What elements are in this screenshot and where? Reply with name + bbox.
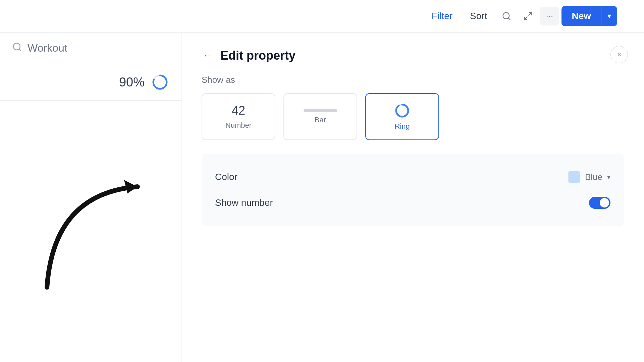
sort-button[interactable]: Sort: [463, 7, 494, 25]
number-label: Number: [225, 121, 252, 130]
show-as-label: Show as: [202, 75, 624, 85]
bar-label: Bar: [315, 116, 326, 124]
new-dropdown-button[interactable]: ▾: [601, 6, 617, 26]
progress-value: 90%: [119, 75, 145, 89]
svg-marker-8: [124, 180, 138, 193]
svg-line-2: [529, 13, 532, 15]
bar-option[interactable]: Bar: [283, 93, 357, 140]
number-option[interactable]: 42 Number: [202, 93, 275, 140]
display-options: 42 Number Bar Ring: [202, 93, 624, 140]
back-icon: ←: [203, 50, 212, 61]
resize-button[interactable]: [519, 7, 537, 25]
svg-line-3: [525, 17, 527, 19]
svg-line-5: [19, 49, 21, 51]
show-number-label: Show number: [215, 197, 273, 208]
more-button[interactable]: ···: [540, 7, 559, 25]
more-label: ···: [546, 11, 553, 21]
ring-label: Ring: [394, 122, 410, 131]
left-panel: Workout 90%: [0, 33, 181, 362]
arrow-annotation: [20, 126, 161, 301]
progress-row: 90%: [0, 64, 181, 101]
number-value: 42: [232, 104, 245, 118]
edit-property-title: Edit property: [220, 49, 296, 63]
search-icon: [12, 42, 22, 54]
search-bar: Workout: [0, 33, 181, 64]
sort-label: Sort: [470, 11, 487, 21]
new-button-group: New ▾: [561, 6, 617, 26]
filter-label: Filter: [432, 11, 452, 21]
resize-icon: [523, 11, 533, 21]
ring-indicator: [151, 73, 169, 91]
search-icon: [502, 11, 511, 21]
edit-panel: ← Edit property × Show as 42 Number Bar: [181, 33, 644, 362]
filter-button[interactable]: Filter: [424, 7, 460, 25]
color-setting-row: Color Blue ▾: [215, 164, 610, 190]
close-button[interactable]: ×: [610, 46, 628, 63]
color-chevron-icon: ▾: [607, 173, 610, 181]
bar-visual: [304, 109, 337, 112]
close-icon: ×: [617, 50, 622, 59]
color-label: Color: [215, 172, 237, 182]
svg-point-10: [396, 105, 408, 117]
svg-line-1: [508, 18, 510, 19]
show-number-toggle[interactable]: [589, 197, 610, 209]
search-text: Workout: [28, 42, 67, 54]
color-swatch: [568, 171, 580, 183]
toggle-knob: [600, 198, 609, 207]
color-selector[interactable]: Blue ▾: [568, 171, 610, 183]
search-button[interactable]: [497, 7, 516, 25]
ring-visual: [394, 103, 410, 119]
show-number-setting-row: Show number: [215, 190, 610, 216]
settings-panel: Color Blue ▾ Show number: [202, 154, 624, 226]
chevron-down-icon: ▾: [607, 12, 611, 20]
main-area: Workout 90% ← Edit pr: [0, 33, 644, 362]
new-button[interactable]: New: [561, 6, 601, 26]
back-button[interactable]: ←: [202, 49, 214, 62]
edit-panel-header: ← Edit property: [202, 49, 624, 63]
ring-option[interactable]: Ring: [365, 93, 439, 140]
toolbar: Filter Sort ··· New ▾: [0, 0, 644, 33]
color-name: Blue: [585, 172, 602, 182]
